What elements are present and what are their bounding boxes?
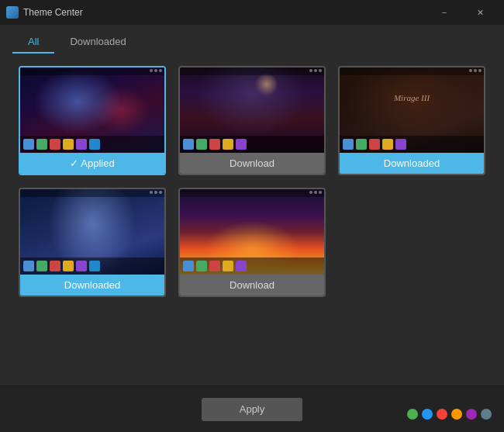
preview-icon bbox=[356, 139, 367, 150]
color-dot-red[interactable] bbox=[437, 409, 447, 420]
window-controls: − ✕ bbox=[426, 0, 498, 25]
tab-all[interactable]: All bbox=[12, 31, 54, 54]
theme-label-1: ✓ Applied bbox=[20, 153, 164, 174]
theme-preview-4 bbox=[20, 189, 164, 275]
preview-dot bbox=[478, 69, 482, 72]
color-dot-orange[interactable] bbox=[451, 409, 462, 420]
theme-label-5: Download bbox=[180, 275, 324, 295]
theme-card-5[interactable]: Download bbox=[178, 188, 326, 297]
theme-card-4[interactable]: Downloaded bbox=[19, 188, 166, 297]
preview-icon bbox=[36, 261, 47, 271]
color-dot-blue[interactable] bbox=[422, 409, 433, 420]
color-dot-grey[interactable] bbox=[481, 409, 492, 420]
preview-icon bbox=[223, 261, 233, 271]
theme-label-3: Downloaded bbox=[340, 153, 484, 174]
preview-dot bbox=[469, 69, 472, 72]
preview-taskbar-2 bbox=[180, 136, 324, 153]
preview-icon bbox=[196, 139, 207, 150]
theme-card-1[interactable]: ✓ Applied bbox=[19, 66, 166, 175]
preview-icon bbox=[395, 139, 406, 150]
preview-icon bbox=[23, 139, 34, 150]
preview-dot bbox=[319, 191, 322, 194]
theme-card-2[interactable]: Download bbox=[178, 66, 326, 175]
preview-icon bbox=[50, 139, 60, 150]
preview-icon bbox=[196, 261, 207, 271]
minimize-button[interactable]: − bbox=[426, 0, 462, 25]
preview-dot bbox=[159, 191, 162, 194]
theme-preview-5 bbox=[180, 189, 324, 275]
preview-icon bbox=[36, 139, 47, 150]
theme-label-4: Downloaded bbox=[20, 275, 164, 295]
title-bar: Theme Center − ✕ bbox=[0, 0, 504, 25]
preview-dot bbox=[309, 69, 312, 72]
preview-dots-1 bbox=[150, 69, 162, 72]
tab-bar: All Downloaded bbox=[0, 25, 504, 54]
preview-titlebar-1 bbox=[20, 67, 164, 75]
preview-icon bbox=[23, 261, 34, 271]
close-button[interactable]: ✕ bbox=[462, 0, 498, 25]
preview-taskbar-3 bbox=[340, 136, 484, 153]
preview-icon bbox=[89, 139, 100, 150]
theme-preview-2 bbox=[180, 67, 324, 153]
preview-icon bbox=[50, 261, 60, 271]
preview-dots-3 bbox=[469, 69, 482, 72]
preview-dot bbox=[154, 191, 157, 194]
bottom-bar: Apply bbox=[0, 385, 504, 432]
theme-preview-3 bbox=[340, 67, 484, 153]
preview-titlebar-3 bbox=[340, 67, 484, 75]
preview-taskbar-5 bbox=[180, 257, 324, 275]
preview-dot bbox=[150, 191, 153, 194]
preview-dot bbox=[309, 191, 312, 194]
app-icon bbox=[6, 6, 19, 19]
preview-icon bbox=[209, 261, 220, 271]
preview-icon bbox=[63, 139, 74, 150]
preview-icon bbox=[209, 139, 220, 150]
preview-icon bbox=[76, 261, 87, 271]
preview-dots-2 bbox=[309, 69, 322, 72]
preview-dot bbox=[154, 69, 157, 72]
preview-icon bbox=[236, 139, 247, 150]
theme-label-2: Download bbox=[180, 153, 324, 174]
window-title: Theme Center bbox=[23, 7, 426, 18]
apply-button[interactable]: Apply bbox=[202, 398, 302, 421]
preview-icon bbox=[89, 261, 100, 271]
color-dots bbox=[407, 409, 492, 420]
preview-icon bbox=[183, 261, 194, 271]
preview-icon bbox=[183, 139, 194, 150]
theme-grid: ✓ Applied Do bbox=[19, 66, 485, 297]
preview-icon bbox=[343, 139, 354, 150]
main-content: ✓ Applied Do bbox=[0, 54, 504, 322]
preview-icon bbox=[369, 139, 380, 150]
preview-icon bbox=[76, 139, 87, 150]
preview-titlebar-5 bbox=[180, 189, 324, 197]
preview-icon bbox=[382, 139, 393, 150]
preview-dot bbox=[314, 69, 317, 72]
preview-dot bbox=[474, 69, 477, 72]
tab-downloaded[interactable]: Downloaded bbox=[54, 31, 141, 54]
preview-dots-4 bbox=[150, 191, 162, 194]
color-dot-purple[interactable] bbox=[466, 409, 477, 420]
preview-dot bbox=[314, 191, 317, 194]
preview-taskbar-4 bbox=[20, 257, 164, 275]
theme-preview-1 bbox=[20, 67, 164, 153]
preview-dot bbox=[319, 69, 322, 72]
preview-dot bbox=[159, 69, 162, 72]
preview-titlebar-2 bbox=[180, 67, 324, 75]
preview-titlebar-4 bbox=[20, 189, 164, 197]
preview-taskbar-1 bbox=[20, 136, 164, 153]
preview-dots-5 bbox=[309, 191, 322, 194]
preview-icon bbox=[223, 139, 233, 150]
theme-card-3[interactable]: Downloaded bbox=[338, 66, 485, 175]
color-dot-green[interactable] bbox=[407, 409, 418, 420]
preview-icon bbox=[236, 261, 247, 271]
preview-dot bbox=[150, 69, 153, 72]
preview-icon bbox=[63, 261, 74, 271]
